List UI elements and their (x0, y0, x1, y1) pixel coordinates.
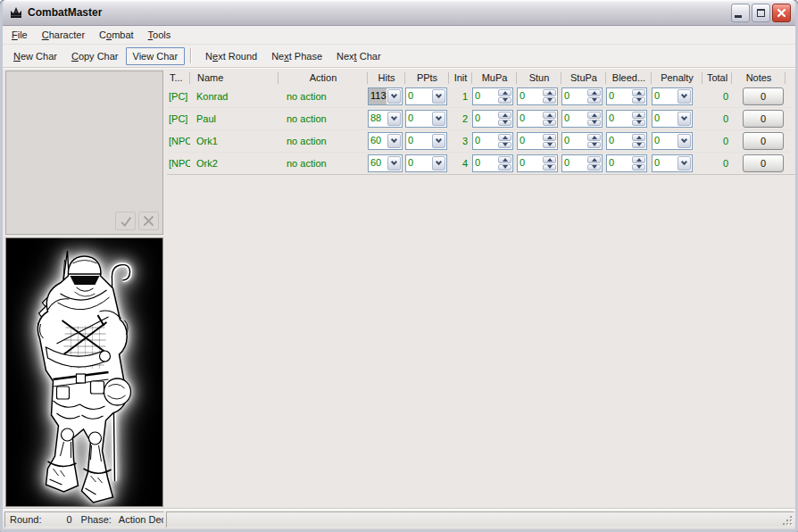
mupa-down-button[interactable] (498, 97, 511, 104)
hits-dropdown-button[interactable] (387, 89, 401, 104)
stun-down-button[interactable] (543, 164, 556, 171)
menu-combat[interactable]: Combat (92, 27, 141, 43)
stun-down-button[interactable] (543, 120, 556, 127)
notes-button[interactable]: 0 (743, 154, 784, 172)
ppts-combo[interactable]: 0 (405, 110, 447, 128)
ppts-combo[interactable]: 0 (405, 154, 447, 172)
table-row[interactable]: [NPC] Ork1 no action 60 0 3 0 0 0 0 0 0 … (167, 130, 795, 153)
penalty-combo[interactable]: 0 (652, 154, 693, 172)
stun-up-button[interactable] (543, 156, 556, 163)
stun-up-button[interactable] (543, 134, 556, 141)
stupa-down-button[interactable] (587, 97, 601, 104)
stupa-up-button[interactable] (587, 134, 601, 141)
view-char-button[interactable]: View Char (126, 47, 186, 65)
hits-dropdown-button[interactable] (387, 134, 401, 148)
hits-value[interactable]: 60 (369, 133, 387, 149)
copy-char-button[interactable]: Copy Char (64, 47, 126, 65)
stun-spinner[interactable]: 0 (517, 110, 558, 128)
mupa-down-button[interactable] (498, 120, 511, 127)
col-ppts[interactable]: PPts (405, 71, 449, 86)
stupa-down-button[interactable] (587, 142, 601, 149)
bleed-spinner[interactable]: 0 (606, 132, 647, 150)
ppts-dropdown-button[interactable] (432, 134, 445, 148)
hits-dropdown-button[interactable] (387, 112, 401, 126)
stupa-down-button[interactable] (587, 164, 601, 171)
col-type[interactable]: T... (167, 71, 190, 86)
bleed-spinner[interactable]: 0 (606, 154, 647, 172)
stupa-up-button[interactable] (587, 112, 601, 119)
bleed-value[interactable]: 0 (607, 111, 631, 127)
stun-down-button[interactable] (543, 142, 556, 149)
stupa-value[interactable]: 0 (562, 155, 586, 171)
notes-button[interactable]: 0 (743, 110, 784, 128)
bleed-value[interactable]: 0 (607, 88, 631, 104)
mupa-down-button[interactable] (498, 164, 511, 171)
mupa-spinner[interactable]: 0 (472, 154, 513, 172)
col-penalty[interactable]: Penalty (652, 71, 702, 86)
penalty-value[interactable]: 0 (653, 133, 677, 149)
hits-combo[interactable]: 60 (368, 154, 403, 172)
bleed-down-button[interactable] (632, 120, 645, 127)
col-action[interactable]: Action (278, 71, 368, 86)
stupa-spinner[interactable]: 0 (561, 132, 603, 150)
stun-spinner[interactable]: 0 (517, 154, 558, 172)
bleed-value[interactable]: 0 (607, 155, 631, 171)
mupa-spinner[interactable]: 0 (472, 110, 513, 128)
mupa-up-button[interactable] (498, 89, 511, 96)
hits-combo[interactable]: 88 (368, 110, 403, 128)
stupa-down-button[interactable] (587, 120, 601, 127)
stun-spinner[interactable]: 0 (517, 87, 558, 105)
stupa-up-button[interactable] (587, 89, 601, 96)
col-name[interactable]: Name (190, 71, 278, 86)
penalty-combo[interactable]: 0 (652, 132, 693, 150)
mupa-up-button[interactable] (498, 112, 511, 119)
hits-combo[interactable]: 113 (368, 87, 403, 105)
stun-value[interactable]: 0 (518, 111, 542, 127)
notes-button[interactable]: 0 (743, 132, 784, 150)
stun-value[interactable]: 0 (518, 155, 542, 171)
bleed-up-button[interactable] (632, 156, 645, 163)
new-char-button[interactable]: New Char (6, 47, 64, 65)
hits-combo[interactable]: 60 (368, 132, 403, 150)
stun-up-button[interactable] (543, 112, 556, 119)
penalty-dropdown-button[interactable] (677, 89, 691, 104)
ppts-value[interactable]: 0 (406, 155, 431, 171)
bleed-spinner[interactable]: 0 (606, 110, 647, 128)
mupa-value[interactable]: 0 (473, 88, 497, 104)
penalty-value[interactable]: 0 (653, 88, 677, 104)
stupa-value[interactable]: 0 (562, 133, 586, 149)
ppts-value[interactable]: 0 (406, 133, 431, 149)
hits-value[interactable]: 113 (369, 88, 387, 104)
bleed-spinner[interactable]: 0 (606, 87, 647, 105)
penalty-dropdown-button[interactable] (677, 112, 691, 126)
maximize-button[interactable] (752, 4, 770, 22)
stupa-spinner[interactable]: 0 (561, 154, 603, 172)
col-bleed[interactable]: Bleed... (606, 71, 652, 86)
penalty-dropdown-button[interactable] (677, 134, 691, 148)
next-char-button[interactable]: Next Char (329, 47, 388, 65)
bleed-up-button[interactable] (632, 112, 645, 119)
bleed-up-button[interactable] (632, 89, 645, 96)
apply-button[interactable] (115, 212, 136, 230)
penalty-combo[interactable]: 0 (652, 110, 693, 128)
ppts-dropdown-button[interactable] (432, 89, 445, 104)
col-init[interactable]: Init (449, 71, 472, 86)
menu-tools[interactable]: Tools (141, 27, 179, 43)
ppts-dropdown-button[interactable] (432, 112, 445, 126)
hits-value[interactable]: 88 (369, 111, 387, 127)
bleed-down-button[interactable] (632, 97, 645, 104)
stun-value[interactable]: 0 (518, 88, 542, 104)
table-row[interactable]: [PC] Konrad no action 113 0 1 0 0 0 0 0 … (167, 86, 795, 108)
notes-button[interactable]: 0 (743, 87, 784, 105)
col-notes[interactable]: Notes (732, 71, 786, 86)
mupa-spinner[interactable]: 0 (472, 87, 513, 105)
bleed-value[interactable]: 0 (607, 133, 631, 149)
stun-value[interactable]: 0 (518, 133, 542, 149)
penalty-value[interactable]: 0 (653, 111, 677, 127)
stupa-value[interactable]: 0 (562, 88, 586, 104)
mupa-up-button[interactable] (498, 156, 511, 163)
penalty-combo[interactable]: 0 (652, 87, 693, 105)
mupa-value[interactable]: 0 (473, 111, 497, 127)
col-stun[interactable]: Stun (517, 71, 561, 86)
stupa-spinner[interactable]: 0 (561, 87, 603, 105)
